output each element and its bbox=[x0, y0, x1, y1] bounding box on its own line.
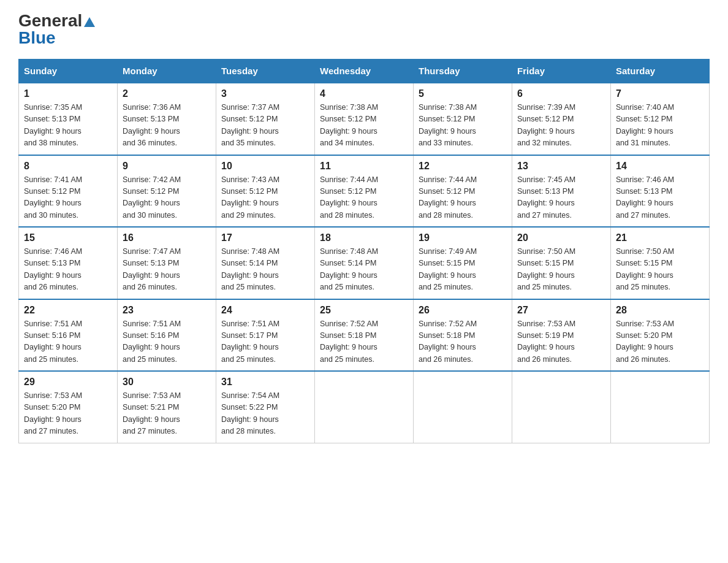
day-number: 16 bbox=[123, 232, 211, 243]
day-info: Sunrise: 7:39 AM Sunset: 5:12 PM Dayligh… bbox=[517, 102, 605, 150]
calendar-cell: 20 Sunrise: 7:50 AM Sunset: 5:15 PM Dayl… bbox=[512, 227, 611, 299]
calendar-week-1: 1 Sunrise: 7:35 AM Sunset: 5:13 PM Dayli… bbox=[19, 83, 710, 155]
calendar-cell: 2 Sunrise: 7:36 AM Sunset: 5:13 PM Dayli… bbox=[118, 83, 216, 155]
day-number: 24 bbox=[221, 305, 309, 316]
day-number: 13 bbox=[517, 161, 605, 172]
calendar-week-3: 15 Sunrise: 7:46 AM Sunset: 5:13 PM Dayl… bbox=[19, 227, 710, 299]
day-info: Sunrise: 7:50 AM Sunset: 5:15 PM Dayligh… bbox=[616, 246, 704, 294]
day-number: 18 bbox=[320, 232, 408, 243]
calendar-cell: 18 Sunrise: 7:48 AM Sunset: 5:14 PM Dayl… bbox=[315, 227, 414, 299]
day-number: 25 bbox=[320, 305, 408, 316]
day-number: 27 bbox=[517, 305, 605, 316]
weekday-header-saturday: Saturday bbox=[611, 59, 710, 83]
svg-marker-0 bbox=[84, 17, 95, 27]
page-header: General Blue bbox=[18, 12, 710, 47]
day-info: Sunrise: 7:45 AM Sunset: 5:13 PM Dayligh… bbox=[517, 174, 605, 222]
calendar-cell bbox=[315, 371, 414, 443]
calendar-week-5: 29 Sunrise: 7:53 AM Sunset: 5:20 PM Dayl… bbox=[19, 371, 710, 443]
day-number: 7 bbox=[616, 88, 704, 99]
calendar-cell: 22 Sunrise: 7:51 AM Sunset: 5:16 PM Dayl… bbox=[19, 299, 118, 372]
calendar-cell: 16 Sunrise: 7:47 AM Sunset: 5:13 PM Dayl… bbox=[118, 227, 216, 299]
calendar-table: SundayMondayTuesdayWednesdayThursdayFrid… bbox=[18, 59, 710, 443]
logo-triangle-icon bbox=[84, 16, 95, 27]
day-number: 4 bbox=[320, 88, 408, 99]
day-info: Sunrise: 7:49 AM Sunset: 5:15 PM Dayligh… bbox=[419, 246, 507, 294]
calendar-cell: 28 Sunrise: 7:53 AM Sunset: 5:20 PM Dayl… bbox=[611, 299, 710, 372]
day-number: 17 bbox=[221, 232, 309, 243]
calendar-cell: 27 Sunrise: 7:53 AM Sunset: 5:19 PM Dayl… bbox=[512, 299, 611, 372]
calendar-cell: 17 Sunrise: 7:48 AM Sunset: 5:14 PM Dayl… bbox=[216, 227, 315, 299]
calendar-cell: 6 Sunrise: 7:39 AM Sunset: 5:12 PM Dayli… bbox=[512, 83, 611, 155]
day-info: Sunrise: 7:47 AM Sunset: 5:13 PM Dayligh… bbox=[123, 246, 211, 294]
day-info: Sunrise: 7:40 AM Sunset: 5:12 PM Dayligh… bbox=[616, 102, 704, 150]
weekday-header-friday: Friday bbox=[512, 59, 611, 83]
weekday-header-thursday: Thursday bbox=[414, 59, 512, 83]
day-number: 19 bbox=[419, 232, 507, 243]
day-number: 10 bbox=[221, 161, 309, 172]
day-info: Sunrise: 7:44 AM Sunset: 5:12 PM Dayligh… bbox=[419, 174, 507, 222]
calendar-cell: 9 Sunrise: 7:42 AM Sunset: 5:12 PM Dayli… bbox=[118, 155, 216, 228]
day-info: Sunrise: 7:51 AM Sunset: 5:17 PM Dayligh… bbox=[221, 318, 309, 366]
calendar-cell: 11 Sunrise: 7:44 AM Sunset: 5:12 PM Dayl… bbox=[315, 155, 414, 228]
calendar-cell: 8 Sunrise: 7:41 AM Sunset: 5:12 PM Dayli… bbox=[19, 155, 118, 228]
calendar-cell: 29 Sunrise: 7:53 AM Sunset: 5:20 PM Dayl… bbox=[19, 371, 118, 443]
weekday-header-wednesday: Wednesday bbox=[315, 59, 414, 83]
calendar-cell: 19 Sunrise: 7:49 AM Sunset: 5:15 PM Dayl… bbox=[414, 227, 512, 299]
day-number: 15 bbox=[24, 232, 112, 243]
logo-blue-text: Blue bbox=[18, 29, 56, 47]
day-info: Sunrise: 7:44 AM Sunset: 5:12 PM Dayligh… bbox=[320, 174, 408, 222]
day-number: 2 bbox=[123, 88, 211, 99]
calendar-cell bbox=[611, 371, 710, 443]
day-info: Sunrise: 7:51 AM Sunset: 5:16 PM Dayligh… bbox=[24, 318, 112, 366]
day-number: 31 bbox=[221, 377, 309, 388]
day-number: 14 bbox=[616, 161, 704, 172]
calendar-cell: 3 Sunrise: 7:37 AM Sunset: 5:12 PM Dayli… bbox=[216, 83, 315, 155]
day-info: Sunrise: 7:41 AM Sunset: 5:12 PM Dayligh… bbox=[24, 174, 112, 222]
calendar-cell: 14 Sunrise: 7:46 AM Sunset: 5:13 PM Dayl… bbox=[611, 155, 710, 228]
calendar-week-2: 8 Sunrise: 7:41 AM Sunset: 5:12 PM Dayli… bbox=[19, 155, 710, 228]
calendar-cell bbox=[414, 371, 512, 443]
day-info: Sunrise: 7:52 AM Sunset: 5:18 PM Dayligh… bbox=[419, 318, 507, 366]
day-info: Sunrise: 7:36 AM Sunset: 5:13 PM Dayligh… bbox=[123, 102, 211, 150]
calendar-cell: 7 Sunrise: 7:40 AM Sunset: 5:12 PM Dayli… bbox=[611, 83, 710, 155]
weekday-header-tuesday: Tuesday bbox=[216, 59, 315, 83]
day-info: Sunrise: 7:53 AM Sunset: 5:20 PM Dayligh… bbox=[24, 390, 112, 438]
day-number: 5 bbox=[419, 88, 507, 99]
day-info: Sunrise: 7:43 AM Sunset: 5:12 PM Dayligh… bbox=[221, 174, 309, 222]
day-number: 23 bbox=[123, 305, 211, 316]
weekday-header-monday: Monday bbox=[118, 59, 216, 83]
day-number: 8 bbox=[24, 161, 112, 172]
calendar-cell: 10 Sunrise: 7:43 AM Sunset: 5:12 PM Dayl… bbox=[216, 155, 315, 228]
day-info: Sunrise: 7:48 AM Sunset: 5:14 PM Dayligh… bbox=[320, 246, 408, 294]
calendar-cell: 31 Sunrise: 7:54 AM Sunset: 5:22 PM Dayl… bbox=[216, 371, 315, 443]
day-info: Sunrise: 7:37 AM Sunset: 5:12 PM Dayligh… bbox=[221, 102, 309, 150]
calendar-cell: 13 Sunrise: 7:45 AM Sunset: 5:13 PM Dayl… bbox=[512, 155, 611, 228]
logo-general-text: General bbox=[18, 12, 82, 29]
day-number: 21 bbox=[616, 232, 704, 243]
calendar-cell: 5 Sunrise: 7:38 AM Sunset: 5:12 PM Dayli… bbox=[414, 83, 512, 155]
day-info: Sunrise: 7:51 AM Sunset: 5:16 PM Dayligh… bbox=[123, 318, 211, 366]
day-number: 11 bbox=[320, 161, 408, 172]
day-number: 3 bbox=[221, 88, 309, 99]
day-number: 6 bbox=[517, 88, 605, 99]
day-info: Sunrise: 7:48 AM Sunset: 5:14 PM Dayligh… bbox=[221, 246, 309, 294]
day-info: Sunrise: 7:53 AM Sunset: 5:21 PM Dayligh… bbox=[123, 390, 211, 438]
calendar-cell: 30 Sunrise: 7:53 AM Sunset: 5:21 PM Dayl… bbox=[118, 371, 216, 443]
day-number: 29 bbox=[24, 377, 112, 388]
day-info: Sunrise: 7:38 AM Sunset: 5:12 PM Dayligh… bbox=[320, 102, 408, 150]
calendar-cell: 23 Sunrise: 7:51 AM Sunset: 5:16 PM Dayl… bbox=[118, 299, 216, 372]
calendar-cell: 24 Sunrise: 7:51 AM Sunset: 5:17 PM Dayl… bbox=[216, 299, 315, 372]
day-info: Sunrise: 7:50 AM Sunset: 5:15 PM Dayligh… bbox=[517, 246, 605, 294]
day-info: Sunrise: 7:53 AM Sunset: 5:20 PM Dayligh… bbox=[616, 318, 704, 366]
weekday-header-sunday: Sunday bbox=[19, 59, 118, 83]
day-number: 22 bbox=[24, 305, 112, 316]
day-info: Sunrise: 7:46 AM Sunset: 5:13 PM Dayligh… bbox=[616, 174, 704, 222]
day-info: Sunrise: 7:53 AM Sunset: 5:19 PM Dayligh… bbox=[517, 318, 605, 366]
calendar-cell: 26 Sunrise: 7:52 AM Sunset: 5:18 PM Dayl… bbox=[414, 299, 512, 372]
calendar-cell: 12 Sunrise: 7:44 AM Sunset: 5:12 PM Dayl… bbox=[414, 155, 512, 228]
logo: General Blue bbox=[18, 12, 95, 47]
day-info: Sunrise: 7:46 AM Sunset: 5:13 PM Dayligh… bbox=[24, 246, 112, 294]
day-info: Sunrise: 7:35 AM Sunset: 5:13 PM Dayligh… bbox=[24, 102, 112, 150]
day-number: 1 bbox=[24, 88, 112, 99]
calendar-week-4: 22 Sunrise: 7:51 AM Sunset: 5:16 PM Dayl… bbox=[19, 299, 710, 372]
